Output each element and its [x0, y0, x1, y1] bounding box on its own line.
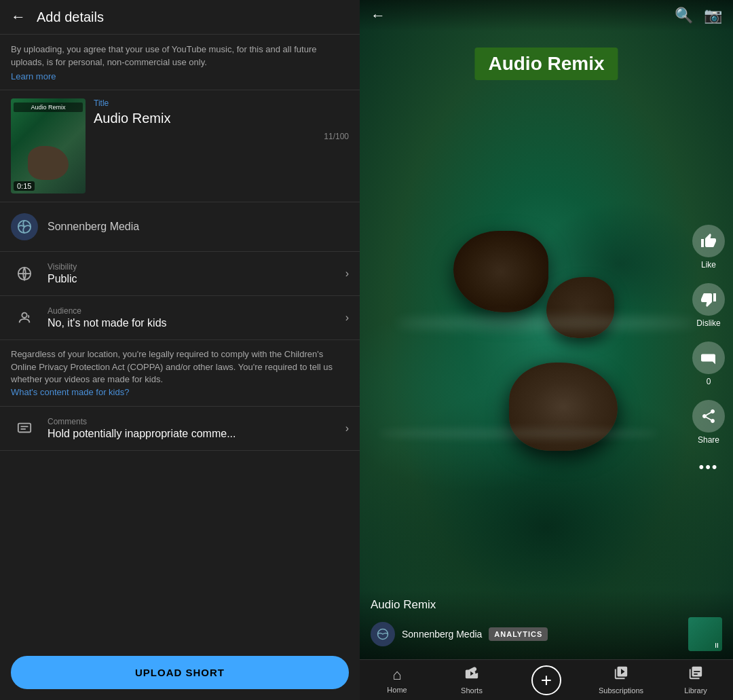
right-panel: ← 🔍 📷 Audio Remix Like	[360, 0, 733, 700]
title-input-area: Title 11/100	[94, 98, 349, 141]
comments-action[interactable]: 0	[692, 342, 725, 386]
audience-content: Audience No, it's not made for kids	[48, 306, 345, 329]
channel-icon	[11, 213, 38, 240]
video-header-icons: 🔍 📷	[675, 7, 722, 24]
visibility-label: Visibility	[48, 262, 345, 272]
nav-home[interactable]: ⌂ Home	[360, 666, 434, 694]
channel-name-bottom: Sonnenberg Media	[402, 629, 482, 640]
library-label: Library	[684, 686, 707, 695]
svg-rect-4	[18, 424, 31, 432]
header: ← Add details	[0, 0, 360, 35]
title-section: Audio Remix 0:15 Title 11/100	[0, 90, 360, 202]
comments-icon	[11, 415, 38, 442]
video-title-text: Audio Remix	[488, 53, 604, 74]
shorts-icon	[464, 665, 479, 684]
title-label: Title	[94, 98, 349, 108]
video-bottom-title: Audio Remix	[371, 598, 722, 612]
svg-point-3	[22, 313, 26, 318]
comments-label: Comments	[48, 417, 345, 426]
audience-icon	[11, 304, 38, 331]
analytics-badge[interactable]: ANALYTICS	[489, 627, 548, 641]
comments-value: Hold potentially inappropriate comme...	[48, 428, 345, 440]
channel-row: Sonnenberg Media	[0, 202, 360, 252]
learn-more-link[interactable]: Learn more	[11, 71, 349, 81]
like-action[interactable]: Like	[692, 225, 725, 270]
video-background	[360, 0, 733, 659]
play-indicator: ⏸	[713, 642, 720, 649]
home-icon: ⌂	[392, 666, 401, 684]
comments-row[interactable]: Comments Hold potentially inappropriate …	[0, 407, 360, 451]
like-icon	[692, 225, 725, 257]
thumbnail-bg	[11, 98, 86, 194]
bottom-nav: ⌂ Home Shorts + Subscriptions	[360, 659, 733, 700]
thumbnail: Audio Remix 0:15	[11, 98, 86, 194]
subscriptions-icon	[614, 665, 628, 684]
title-input[interactable]	[94, 111, 349, 126]
coppa-notice: Regardless of your location, you're lega…	[0, 340, 360, 407]
search-icon[interactable]: 🔍	[675, 7, 693, 24]
notice-bar: By uploading, you agree that your use of…	[0, 35, 360, 90]
thumbnail-duration: 0:15	[14, 181, 35, 191]
channel-name: Sonnenberg Media	[48, 221, 139, 233]
more-action[interactable]: •••	[698, 458, 718, 476]
more-dots-icon: •••	[698, 458, 718, 476]
visibility-value: Public	[48, 273, 345, 285]
dislike-action[interactable]: Dislike	[692, 283, 725, 328]
thumbnail-rock	[28, 146, 69, 180]
shorts-label: Shorts	[461, 686, 483, 695]
video-back-button[interactable]: ←	[371, 7, 386, 24]
dislike-icon	[692, 283, 725, 316]
foam1	[397, 316, 696, 330]
nav-subscriptions[interactable]: Subscriptions	[584, 665, 658, 695]
nav-library[interactable]: Library	[658, 665, 733, 695]
page-title: Add details	[37, 10, 104, 25]
audience-row[interactable]: Audience No, it's not made for kids ›	[0, 296, 360, 340]
audience-chevron: ›	[345, 312, 349, 324]
visibility-chevron: ›	[345, 268, 349, 280]
comments-icon-side	[692, 342, 725, 374]
visibility-icon	[11, 260, 38, 287]
thumbnail-label: Audio Remix	[14, 103, 83, 112]
comments-chevron: ›	[345, 422, 349, 435]
share-icon	[692, 400, 725, 432]
notice-text: By uploading, you agree that your use of…	[11, 44, 316, 67]
subscriptions-label: Subscriptions	[599, 686, 643, 695]
upload-button[interactable]: UPLOAD SHORT	[11, 656, 349, 689]
visibility-row[interactable]: Visibility Public ›	[0, 252, 360, 296]
audience-value: No, it's not made for kids	[48, 317, 345, 329]
like-label: Like	[701, 260, 716, 270]
home-label: Home	[387, 686, 407, 694]
library-icon	[688, 665, 703, 684]
back-button[interactable]: ←	[11, 8, 26, 26]
left-panel: ← Add details By uploading, you agree th…	[0, 0, 360, 700]
char-count: 11/100	[94, 126, 349, 141]
audience-label: Audience	[48, 306, 345, 316]
video-bottom-info: Audio Remix Sonnenberg Media ANALYTICS ⏸	[360, 590, 733, 659]
share-action[interactable]: Share	[692, 400, 725, 445]
comments-content: Comments Hold potentially inappropriate …	[48, 417, 345, 440]
video-title-badge: Audio Remix	[474, 48, 618, 80]
camera-icon[interactable]: 📷	[704, 7, 722, 24]
video-header: ← 🔍 📷	[360, 0, 733, 31]
next-thumbnail: ⏸	[688, 617, 722, 651]
nav-add[interactable]: +	[509, 665, 584, 695]
add-icon: +	[531, 665, 561, 695]
visibility-content: Visibility Public	[48, 262, 345, 285]
dislike-label: Dislike	[696, 318, 720, 328]
share-label: Share	[698, 435, 719, 445]
coppa-text: Regardless of your location, you're lega…	[11, 348, 349, 386]
nav-shorts[interactable]: Shorts	[434, 665, 509, 695]
coppa-link[interactable]: What's content made for kids?	[11, 387, 129, 397]
side-actions: Like Dislike 0 Share	[692, 225, 725, 476]
video-bottom-row: Sonnenberg Media ANALYTICS ⏸	[371, 617, 722, 651]
channel-avatar-small	[371, 622, 395, 646]
comments-count: 0	[707, 377, 711, 386]
